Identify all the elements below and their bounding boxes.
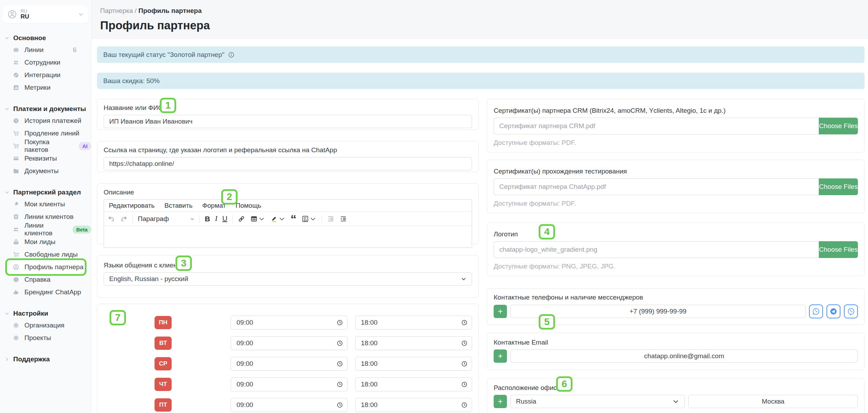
viber-icon [847, 307, 855, 316]
bold-icon[interactable]: B [205, 215, 210, 223]
clock-icon[interactable] [336, 360, 343, 367]
thursday-start-time-input[interactable] [231, 377, 347, 391]
add-email-button[interactable]: + [494, 349, 507, 363]
sidebar-item-documents[interactable]: Документы [0, 165, 91, 177]
friday-start-time-input[interactable] [231, 398, 347, 412]
referral-link-input[interactable] [104, 157, 472, 170]
thursday-end-time-input[interactable] [355, 377, 472, 391]
blockquote-icon[interactable]: “ [291, 215, 297, 222]
section-head-main[interactable]: Основное [0, 32, 91, 44]
sidebar-item-my-clients[interactable]: Мои клиенты [0, 198, 91, 211]
italic-icon[interactable]: I [215, 214, 217, 223]
whatsapp-toggle-button[interactable] [809, 304, 823, 318]
telegram-toggle-button[interactable] [826, 304, 840, 318]
clock-icon[interactable] [336, 340, 343, 347]
redo-icon[interactable] [120, 215, 128, 223]
sidebar-item-employees[interactable]: Сотрудники [0, 56, 91, 69]
section-head-settings[interactable]: Настройки [0, 308, 91, 319]
clock-icon[interactable] [461, 319, 468, 326]
logo-file-input[interactable] [494, 241, 819, 258]
sidebar-item-payment-history[interactable]: История платежей [0, 115, 91, 127]
editor-content-area[interactable] [104, 226, 472, 248]
sidebar-item-my-leads[interactable]: Мои лиды [0, 236, 91, 248]
office-city-input[interactable] [688, 395, 858, 408]
monday-end-time-input[interactable] [355, 316, 472, 330]
editor-menu-edit[interactable]: Редактировать [109, 202, 155, 209]
discount-banner-text: Ваша скидка: 50% [103, 77, 160, 85]
day-toggle-friday[interactable]: ПТ [155, 398, 172, 412]
undo-icon[interactable] [107, 215, 115, 223]
languages-select[interactable]: English, Russian - русский [104, 272, 472, 286]
sidebar-item-projects[interactable]: Проекты [0, 332, 91, 344]
sidebar-item-branding[interactable]: Брендинг ChatApp [0, 286, 91, 298]
sidebar-item-integrations[interactable]: Интеграции [0, 69, 91, 81]
indent-icon[interactable] [339, 215, 347, 223]
clock-icon[interactable] [336, 319, 343, 326]
tuesday-end-time-input[interactable] [355, 336, 472, 350]
add-phone-button[interactable]: + [494, 305, 507, 318]
friday-end-time-input[interactable] [355, 398, 472, 412]
sidebar-item-buy-packages[interactable]: Покупка пакетов AI [0, 140, 91, 152]
sidebar-item-help[interactable]: Справка [0, 273, 91, 286]
highlight-icon[interactable] [270, 215, 286, 223]
code-sample-icon[interactable] [301, 215, 317, 223]
name-input[interactable] [104, 115, 472, 128]
annotation-badge-3: 3 [175, 256, 192, 271]
sidebar-item-line-renewal[interactable]: Продление линий [0, 127, 91, 140]
outdent-icon[interactable] [327, 215, 335, 223]
office-country-select[interactable]: Russia [510, 395, 685, 408]
chart-icon [13, 84, 20, 91]
sidebar-item-client-lines[interactable]: Линии клиентов [0, 211, 91, 223]
viber-toggle-button[interactable] [844, 304, 858, 318]
sidebar-item-metrics[interactable]: Метрики [0, 81, 91, 94]
paragraph-style-dropdown[interactable]: Параграф [138, 215, 195, 223]
clock-icon[interactable] [336, 401, 343, 408]
clock-icon[interactable] [461, 401, 468, 408]
day-toggle-thursday[interactable]: ЧТ [155, 378, 172, 391]
toolbar-separator [133, 215, 133, 223]
clock-icon[interactable] [461, 381, 468, 388]
cart-icon [13, 142, 20, 149]
clock-icon[interactable] [461, 360, 468, 367]
toolbar-separator [322, 215, 322, 223]
clock-icon[interactable] [461, 340, 468, 347]
cert-crm-file-input[interactable] [494, 118, 819, 134]
clock-icon [13, 117, 20, 124]
right-column: Сертификат(ы) партнера CRM (Bitrix24, am… [487, 99, 865, 413]
breadcrumb-current: Профиль партнера [139, 7, 202, 14]
underline-icon[interactable]: U [222, 215, 227, 223]
sidebar-item-lines[interactable]: Линии 6 [0, 44, 91, 56]
sidebar-item-organization[interactable]: Организация [0, 319, 91, 332]
section-head-payments[interactable]: Платежи и документы [0, 103, 91, 115]
editor-menu-help[interactable]: Помощь [235, 202, 261, 209]
breadcrumb-parent[interactable]: Партнерка [100, 7, 133, 14]
logo-choose-files-button[interactable]: Choose Files [819, 241, 858, 258]
wednesday-end-time-input[interactable] [355, 357, 472, 371]
cert-test-file-input[interactable] [494, 178, 819, 195]
tuesday-start-time-input[interactable] [231, 336, 347, 350]
add-office-button[interactable]: + [494, 395, 507, 408]
sidebar-item-partner-profile[interactable]: Профиль партнера [0, 261, 91, 273]
day-toggle-wednesday[interactable]: СР [155, 357, 172, 370]
chevron-down-icon [461, 276, 467, 282]
status-banner: Ваш текущий статус "Золотой партнер" [97, 46, 865, 63]
email-input[interactable] [510, 349, 858, 363]
language-selector[interactable]: RU RU [3, 6, 88, 23]
monday-start-time-input[interactable] [231, 316, 347, 330]
section-head-partner[interactable]: Партнерский раздел [0, 187, 91, 198]
section-head-support[interactable]: Поддержка [0, 354, 91, 365]
day-toggle-tuesday[interactable]: ВТ [155, 337, 172, 350]
day-toggle-monday[interactable]: ПН [155, 316, 172, 329]
link-icon[interactable] [238, 215, 245, 223]
sidebar-section-partner: Партнерский раздел Мои клиенты Линии кли… [0, 187, 91, 298]
sidebar-item-requisites[interactable]: Реквизиты [0, 152, 91, 165]
cert-crm-choose-files-button[interactable]: Choose Files [819, 118, 858, 134]
wednesday-start-time-input[interactable] [231, 357, 347, 371]
sidebar-item-client-lines-beta[interactable]: Линии клиентов Beta [0, 223, 91, 236]
logo-card: 4 Логотип Choose Files Доступные форматы… [487, 222, 865, 276]
clock-icon[interactable] [336, 381, 343, 388]
info-icon[interactable] [228, 51, 235, 58]
cert-test-choose-files-button[interactable]: Choose Files [819, 178, 858, 195]
editor-menu-insert[interactable]: Вставить [164, 202, 193, 209]
table-icon[interactable] [250, 215, 265, 223]
